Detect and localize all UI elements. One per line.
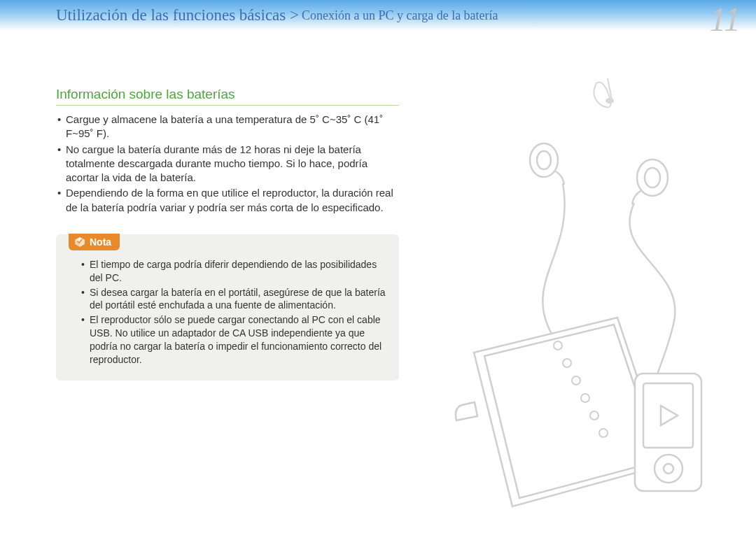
svg-point-4: [530, 143, 558, 177]
page-content: Información sobre las baterías Cargue y …: [0, 31, 756, 381]
list-item: Cargue y almacene la batería a una tempe…: [56, 113, 399, 141]
svg-rect-17: [643, 383, 693, 448]
page-number: 11: [710, 0, 741, 38]
battery-info-list: Cargue y almacene la batería a una tempe…: [56, 113, 399, 215]
section-title: Información sobre las baterías: [56, 87, 399, 106]
svg-point-5: [537, 151, 551, 169]
list-item: El tiempo de carga podría diferir depend…: [80, 258, 386, 285]
illustration-earbuds-notebook-player: [435, 73, 729, 520]
list-item: Si desea cargar la batería en el portáti…: [80, 286, 386, 313]
note-label: Nota: [90, 236, 111, 248]
svg-point-7: [645, 168, 660, 187]
right-column: [420, 87, 736, 381]
left-column: Información sobre las baterías Cargue y …: [56, 87, 399, 381]
note-box: Nota El tiempo de carga podría diferir d…: [56, 234, 399, 381]
check-cube-icon: [74, 236, 85, 248]
note-list: El tiempo de carga podría diferir depend…: [69, 258, 386, 367]
svg-point-3: [606, 98, 614, 104]
list-item: El reproductor sólo se puede cargar cone…: [80, 313, 386, 367]
breadcrumb-main: Utilización de las funciones básicas >: [56, 6, 299, 24]
breadcrumb-sub: Conexión a un PC y carga de la batería: [302, 8, 498, 23]
list-item: Dependiendo de la forma en que utilice e…: [56, 186, 399, 215]
header-bar: Utilización de las funciones básicas > C…: [0, 0, 756, 31]
note-tab: Nota: [69, 234, 120, 250]
list-item: No cargue la batería durante más de 12 h…: [56, 143, 399, 185]
